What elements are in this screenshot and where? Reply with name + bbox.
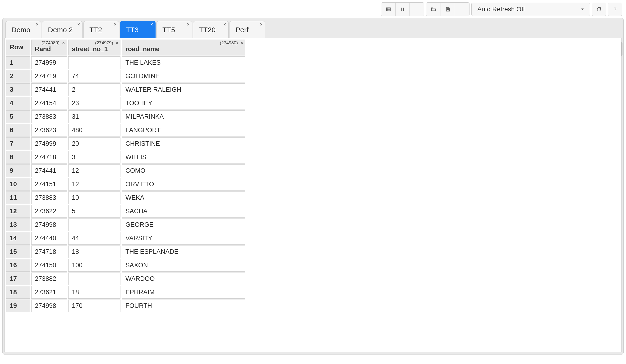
rand-cell: 273883: [31, 110, 67, 123]
auto-refresh-dropdown[interactable]: Auto Refresh Off: [471, 2, 590, 16]
svg-rect-7: [447, 7, 449, 9]
table-row[interactable]: 527388331MILPARINKA: [6, 110, 245, 123]
close-icon[interactable]: ×: [240, 41, 243, 45]
tab-tt3[interactable]: TT3 ×: [120, 21, 156, 38]
col-header-row[interactable]: Row: [6, 39, 30, 55]
row-number-cell: 9: [6, 164, 30, 177]
tab-bar: Demo × Demo 2 × TT2 × TT3 × TT5 × TT20 ×: [4, 20, 622, 38]
table-row[interactable]: 727499920CHRISTINE: [6, 138, 245, 150]
rand-cell: 273621: [31, 286, 67, 299]
table-row[interactable]: 19274998170FOURTH: [6, 299, 245, 312]
tab-tt5[interactable]: TT5 ×: [156, 21, 192, 38]
col-header-rand[interactable]: (274980) × Rand: [31, 39, 67, 55]
toolbar-group-1: [381, 2, 424, 16]
close-icon[interactable]: ×: [116, 41, 118, 45]
row-number-cell: 5: [6, 110, 30, 123]
table-row[interactable]: 1527471818THE ESPLANADE: [6, 246, 245, 258]
table-row[interactable]: 13274998GEORGE: [6, 218, 245, 231]
table-row[interactable]: 1274999THE LAKES: [6, 56, 245, 69]
tab-demo[interactable]: Demo ×: [5, 21, 41, 38]
col-header-road-name[interactable]: (274980) × road_name: [122, 39, 245, 55]
row-number-cell: 11: [6, 191, 30, 204]
street-no-cell: 20: [68, 138, 120, 150]
table-row[interactable]: 227471974GOLDMINE: [6, 70, 245, 82]
table-row[interactable]: 17273882WARDOO: [6, 273, 245, 285]
open-button[interactable]: [426, 2, 441, 16]
col-header-label: Rand: [35, 45, 63, 53]
pause-icon: [400, 7, 405, 12]
close-icon[interactable]: ×: [260, 22, 263, 27]
road-name-cell: TOOHEY: [122, 97, 245, 109]
road-name-cell: WEKA: [122, 191, 245, 204]
table-row[interactable]: 427415423TOOHEY: [6, 97, 245, 109]
street-no-cell: 170: [68, 299, 120, 312]
col-header-label: street_no_1: [72, 45, 117, 53]
close-icon[interactable]: ×: [114, 22, 117, 27]
road-name-cell: WARDOO: [122, 273, 245, 285]
top-toolbar: Auto Refresh Off ?: [2, 0, 624, 18]
col-header-count: (274980): [220, 40, 238, 45]
row-number-cell: 16: [6, 259, 30, 272]
table-icon: [386, 7, 391, 12]
street-no-cell: 12: [68, 178, 120, 190]
svg-rect-0: [386, 8, 390, 11]
tab-tt20[interactable]: TT20 ×: [193, 21, 229, 38]
rand-cell: 274151: [31, 178, 67, 190]
col-header-label: Row: [10, 44, 26, 51]
tab-perf[interactable]: Perf ×: [230, 21, 265, 38]
table-row[interactable]: 32744412WALTER RALEIGH: [6, 83, 245, 96]
rand-cell: 273623: [31, 124, 67, 137]
street-no-cell: 100: [68, 259, 120, 272]
tab-tt2[interactable]: TT2 ×: [83, 21, 119, 38]
close-icon[interactable]: ×: [187, 22, 190, 27]
help-button[interactable]: ?: [608, 2, 622, 16]
pause-button[interactable]: [395, 2, 410, 16]
street-no-cell: 10: [68, 191, 120, 204]
road-name-cell: FOURTH: [122, 299, 245, 312]
rand-cell: 274718: [31, 151, 67, 164]
save-button[interactable]: [441, 2, 455, 16]
road-name-cell: WALTER RALEIGH: [122, 83, 245, 96]
table-row[interactable]: 122736225SACHA: [6, 205, 245, 218]
row-number-cell: 19: [6, 299, 30, 312]
table-row[interactable]: 16274150100SAXON: [6, 259, 245, 272]
col-header-count: (274980): [41, 40, 60, 45]
tab-label: Perf: [235, 26, 248, 34]
road-name-cell: SACHA: [122, 205, 245, 218]
table-row[interactable]: 82747183WILLIS: [6, 151, 245, 164]
row-number-cell: 18: [6, 286, 30, 299]
rand-cell: 274154: [31, 97, 67, 109]
close-icon[interactable]: ×: [78, 22, 80, 27]
toolbar-blank-button-2[interactable]: [455, 2, 469, 16]
close-icon[interactable]: ×: [62, 41, 65, 45]
tab-label: Demo 2: [48, 26, 73, 34]
toolbar-blank-button[interactable]: [410, 2, 424, 16]
table-row[interactable]: 1827362118EPHRAIM: [6, 286, 245, 299]
road-name-cell: MILPARINKA: [122, 110, 245, 123]
refresh-icon: [596, 7, 602, 12]
close-icon[interactable]: ×: [224, 22, 226, 27]
rand-cell: 274998: [31, 299, 67, 312]
tab-demo-2[interactable]: Demo 2 ×: [42, 21, 82, 38]
table-row[interactable]: 927444112COMO: [6, 164, 245, 177]
road-name-cell: THE ESPLANADE: [122, 246, 245, 258]
refresh-button[interactable]: [592, 2, 606, 16]
col-header-street-no-1[interactable]: (274979) × street_no_1: [68, 39, 120, 55]
table-view-button[interactable]: [381, 2, 395, 16]
tab-label: TT5: [162, 26, 175, 34]
close-icon[interactable]: ×: [151, 22, 153, 27]
table-row[interactable]: 1427444044VARSITY: [6, 232, 245, 245]
street-no-cell: 3: [68, 151, 120, 164]
table-row[interactable]: 1127388310WEKA: [6, 191, 245, 204]
road-name-cell: EPHRAIM: [122, 286, 245, 299]
table-row[interactable]: 6273623480LANGPORT: [6, 124, 245, 137]
table-row[interactable]: 1027415112ORVIETO: [6, 178, 245, 190]
row-number-cell: 10: [6, 178, 30, 190]
rand-cell: 274441: [31, 83, 67, 96]
chevron-down-icon: [581, 8, 584, 10]
close-icon[interactable]: ×: [36, 22, 39, 27]
street-no-cell: 74: [68, 70, 120, 82]
road-name-cell: COMO: [122, 164, 245, 177]
row-number-cell: 3: [6, 83, 30, 96]
street-no-cell: 44: [68, 232, 120, 245]
